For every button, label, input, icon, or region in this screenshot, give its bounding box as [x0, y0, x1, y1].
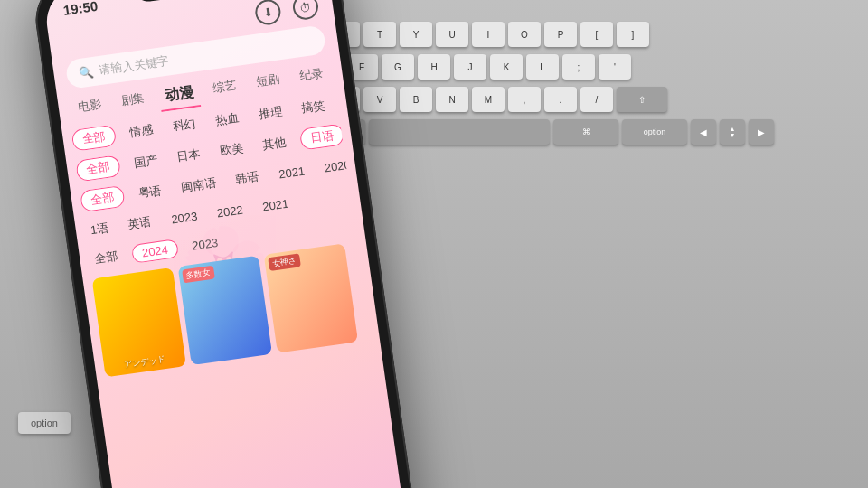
filter-year-2023[interactable]: 2023	[165, 206, 203, 229]
filter-lang-all[interactable]: 全部	[80, 185, 126, 212]
key-shift-right[interactable]: ⇧	[617, 87, 667, 112]
key-n[interactable]: N	[436, 87, 468, 112]
key-i[interactable]: I	[472, 22, 505, 47]
filter-year-2023b[interactable]: 2023	[185, 232, 224, 255]
key-k[interactable]: K	[490, 54, 523, 80]
key-m[interactable]: M	[472, 87, 505, 112]
key-slash[interactable]: /	[580, 87, 613, 112]
filter-year-2020[interactable]: 2020	[318, 155, 348, 177]
key-p[interactable]: P	[544, 22, 577, 47]
key-y[interactable]: Y	[400, 22, 432, 47]
key-j[interactable]: J	[454, 54, 486, 80]
filter-genre-other-text[interactable]: 其	[338, 93, 339, 113]
thumbnail-3-badge: 女神さ	[268, 253, 301, 271]
filter-year-2024[interactable]: 2024	[131, 239, 179, 264]
status-time: 19:50	[62, 0, 99, 17]
key-l[interactable]: L	[526, 54, 559, 80]
key-quote[interactable]: '	[599, 54, 631, 80]
thumbnail-1[interactable]: アンデッド	[92, 267, 186, 377]
filter-lang-japanese[interactable]: 日语	[299, 124, 344, 151]
key-b[interactable]: B	[400, 87, 432, 112]
filter-genre-comedy[interactable]: 搞笑	[295, 95, 332, 119]
key-comma[interactable]: ,	[508, 87, 541, 112]
thumbnail-2-badge: 多数女	[182, 266, 215, 284]
tab-variety[interactable]: 综艺	[206, 72, 244, 105]
filter-lang-partial[interactable]: 1语	[84, 218, 116, 241]
filter-year-2022[interactable]: 2022	[211, 200, 250, 222]
filter-lang-cantonese[interactable]: 粤语	[131, 180, 168, 204]
tab-anime[interactable]: 动漫	[157, 79, 201, 112]
filter-region-japan[interactable]: 日本	[170, 144, 207, 168]
key-left[interactable]: ◀	[691, 119, 716, 145]
filter-lang-korean[interactable]: 韩语	[229, 166, 266, 191]
key-up-down[interactable]: ▲ ▼	[720, 119, 745, 145]
filter-lang-hokkien[interactable]: 闽南语	[175, 173, 223, 199]
filter-genre-mystery[interactable]: 推理	[252, 101, 289, 126]
key-h[interactable]: H	[418, 54, 450, 80]
filter-year-all[interactable]: 全部	[88, 246, 125, 270]
key-semicolon[interactable]: ;	[562, 54, 595, 80]
key-bracket-close[interactable]: ]	[617, 22, 649, 47]
search-icon: 🔍	[79, 65, 95, 80]
filter-genre-emotion[interactable]: 情感	[123, 119, 160, 144]
tab-drama[interactable]: 剧集	[114, 86, 152, 118]
filter-region-western[interactable]: 欧美	[213, 137, 250, 162]
filter-genre-action[interactable]: 热血	[209, 107, 246, 131]
filter-genre-scifi[interactable]: 科幻	[166, 113, 203, 137]
filter-lang-english[interactable]: 英语	[121, 211, 158, 236]
key-command-right[interactable]: ⌘	[553, 119, 618, 145]
tab-movie[interactable]: 电影	[71, 91, 108, 124]
filter-region-other[interactable]: 其他	[256, 131, 293, 155]
key-bracket-open[interactable]: [	[580, 22, 613, 47]
phone-screen: 🌸 19:50 📶 ▮ ⬇	[42, 0, 408, 488]
search-input-placeholder: 请输入关键字	[98, 52, 170, 79]
filter-region-china[interactable]: 国产	[127, 149, 165, 174]
key-option-right[interactable]: option	[622, 119, 687, 145]
download-icon: ⬇	[262, 5, 274, 19]
key-o[interactable]: O	[508, 22, 541, 47]
history-action-button[interactable]: ⏱	[291, 0, 320, 22]
key-u[interactable]: U	[436, 22, 468, 47]
filter-genre-all[interactable]: 全部	[71, 124, 117, 151]
filter-year-2021b[interactable]: 2021	[256, 193, 295, 216]
filter-year-2021[interactable]: 2021	[272, 161, 311, 183]
tab-short-drama[interactable]: 短剧	[250, 67, 288, 99]
thumbnail-3[interactable]: 女神さ	[264, 243, 358, 352]
thumbnail-1-text: アンデッド	[124, 353, 165, 371]
tab-documentary[interactable]: 纪录	[293, 61, 331, 93]
filter-region-all[interactable]: 全部	[75, 155, 121, 182]
key-dot[interactable]: .	[544, 87, 577, 112]
history-icon: ⏱	[298, 0, 312, 14]
key-right[interactable]: ▶	[749, 119, 774, 145]
download-action-button[interactable]: ⬇	[254, 0, 283, 26]
option-key-label: option	[18, 412, 71, 434]
thumbnail-2[interactable]: 多数女	[178, 256, 272, 365]
